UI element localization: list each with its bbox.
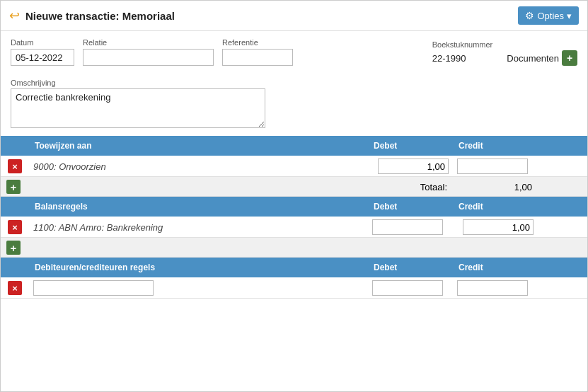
boekstuknummer-value: 22-1990 bbox=[432, 51, 493, 66]
omschrijving-input[interactable]: Correctie bankrekening bbox=[11, 88, 265, 128]
debiteuren-account-input-1[interactable] bbox=[33, 280, 154, 296]
form-area: Datum Relatie Referentie Boekstuknummer … bbox=[1, 31, 587, 74]
debiteuren-debet-input-1[interactable] bbox=[372, 280, 443, 296]
options-chevron-icon: ▾ bbox=[567, 11, 572, 21]
totaal-label: Totaal: bbox=[420, 182, 447, 192]
toewijzen-account-1: 9000: Onvoorzien bbox=[33, 161, 106, 172]
documenten-section: Documenten + bbox=[507, 50, 577, 66]
relatie-field-group: Relatie bbox=[83, 38, 214, 66]
documenten-label: Documenten bbox=[507, 53, 559, 64]
balans-account-1: 1100: ABN Amro: Bankrekening bbox=[33, 222, 163, 233]
toewijzen-delete-cell-1: × bbox=[1, 156, 29, 177]
toewijzen-add-cell: + bbox=[1, 177, 29, 197]
transaction-icon: ↩ bbox=[9, 8, 20, 23]
relatie-label: Relatie bbox=[83, 38, 214, 47]
debiteuren-col2-header: Debet bbox=[368, 258, 453, 277]
form-row-1: Datum Relatie Referentie Boekstuknummer … bbox=[11, 38, 577, 66]
referentie-field-group: Referentie bbox=[222, 38, 293, 66]
balans-credit-input-1[interactable] bbox=[463, 219, 534, 235]
add-document-button[interactable]: + bbox=[562, 50, 577, 66]
debiteuren-row-1: × bbox=[1, 277, 587, 299]
balans-add-spacer3 bbox=[453, 238, 538, 258]
balans-col4-header bbox=[538, 197, 587, 217]
debiteuren-col4-header bbox=[538, 258, 587, 277]
datum-field-group: Datum bbox=[11, 38, 74, 66]
options-icon: ⚙ bbox=[525, 10, 534, 21]
toewijzen-col0-header bbox=[1, 136, 29, 156]
omschrijving-section: Omschrijving Correctie bankrekening bbox=[1, 74, 587, 136]
toewijzen-totaal-extra bbox=[538, 177, 587, 197]
balans-debet-cell-1 bbox=[368, 217, 453, 238]
balans-col2-header: Debet bbox=[368, 197, 453, 217]
debiteuren-account-cell-1 bbox=[29, 277, 368, 299]
toewijzen-totaal-value: 1,00 bbox=[453, 177, 538, 197]
debiteuren-delete-cell-1: × bbox=[1, 277, 29, 299]
debiteuren-col1-header: Debiteuren/crediteuren regels bbox=[29, 258, 368, 277]
balans-col3-header: Credit bbox=[453, 197, 538, 217]
toewijzen-extra-cell-1 bbox=[538, 156, 587, 177]
balans-delete-button-1[interactable]: × bbox=[8, 220, 22, 234]
datum-input[interactable] bbox=[11, 49, 74, 66]
main-window: ↩ Nieuwe transactie: Memoriaal ⚙ Opties … bbox=[0, 0, 588, 392]
balans-add-cell: + bbox=[1, 238, 29, 258]
toewijzen-credit-cell-1 bbox=[453, 156, 538, 177]
toewijzen-col4-header bbox=[538, 136, 587, 156]
debiteuren-delete-button-1[interactable]: × bbox=[8, 281, 22, 295]
debiteuren-header: Debiteuren/crediteuren regels Debet Cred… bbox=[1, 258, 587, 277]
toewijzen-debet-cell-1 bbox=[368, 156, 453, 177]
balans-add-button[interactable]: + bbox=[6, 241, 21, 255]
balans-add-spacer bbox=[29, 238, 368, 258]
balans-account-cell-1: 1100: ABN Amro: Bankrekening bbox=[29, 217, 368, 238]
balans-add-spacer2 bbox=[368, 238, 453, 258]
balans-add-row: + bbox=[1, 238, 587, 258]
debiteuren-credit-cell-1 bbox=[453, 277, 538, 299]
options-label: Opties bbox=[537, 11, 564, 21]
page-title: Nieuwe transactie: Memoriaal bbox=[25, 10, 518, 22]
balans-col0-header bbox=[1, 197, 29, 217]
debiteuren-col3-header: Credit bbox=[453, 258, 538, 277]
balans-debet-input-1[interactable] bbox=[372, 219, 443, 235]
debiteuren-extra-cell-1 bbox=[538, 277, 587, 299]
balans-row-1: × 1100: ABN Amro: Bankrekening bbox=[1, 217, 587, 238]
toewijzen-section: Toewijzen aan Debet Credit × 9000: Onvoo… bbox=[1, 136, 587, 197]
balans-credit-cell-1 bbox=[453, 217, 538, 238]
debiteuren-section: Debiteuren/crediteuren regels Debet Cred… bbox=[1, 258, 587, 299]
boekstuknummer-group: Boekstuknummer 22-1990 bbox=[432, 40, 493, 66]
toewijzen-totaal-label: Totaal: bbox=[29, 177, 453, 197]
balans-col1-header: Balansregels bbox=[29, 197, 368, 217]
boekstuknummer-label: Boekstuknummer bbox=[432, 40, 493, 49]
toewijzen-col1-header: Toewijzen aan bbox=[29, 136, 368, 156]
totaal-value: 1,00 bbox=[514, 182, 532, 192]
balans-extra-cell-1 bbox=[538, 217, 587, 238]
title-bar: ↩ Nieuwe transactie: Memoriaal ⚙ Opties … bbox=[1, 1, 587, 31]
balans-header: Balansregels Debet Credit bbox=[1, 197, 587, 217]
debiteuren-debet-cell-1 bbox=[368, 277, 453, 299]
relatie-input[interactable] bbox=[83, 49, 214, 66]
toewijzen-account-cell-1: 9000: Onvoorzien bbox=[29, 156, 368, 177]
toewijzen-delete-button-1[interactable]: × bbox=[8, 159, 22, 173]
referentie-label: Referentie bbox=[222, 38, 293, 47]
omschrijving-label: Omschrijving bbox=[11, 79, 577, 87]
balans-delete-cell-1: × bbox=[1, 217, 29, 238]
toewijzen-col3-header: Credit bbox=[453, 136, 538, 156]
toewijzen-header: Toewijzen aan Debet Credit bbox=[1, 136, 587, 156]
referentie-input[interactable] bbox=[222, 49, 293, 66]
toewijzen-debet-input-1[interactable] bbox=[378, 158, 449, 174]
debiteuren-col0-header bbox=[1, 258, 29, 277]
options-button[interactable]: ⚙ Opties ▾ bbox=[518, 6, 579, 25]
toewijzen-add-button[interactable]: + bbox=[6, 180, 21, 194]
balans-add-spacer4 bbox=[538, 238, 587, 258]
datum-label: Datum bbox=[11, 38, 74, 47]
debiteuren-credit-input-1[interactable] bbox=[457, 280, 528, 296]
toewijzen-col2-header: Debet bbox=[368, 136, 453, 156]
toewijzen-add-row: + Totaal: 1,00 bbox=[1, 177, 587, 197]
toewijzen-credit-input-1[interactable] bbox=[457, 158, 528, 174]
balans-section: Balansregels Debet Credit × 1100: ABN Am… bbox=[1, 197, 587, 258]
toewijzen-row-1: × 9000: Onvoorzien bbox=[1, 156, 587, 177]
